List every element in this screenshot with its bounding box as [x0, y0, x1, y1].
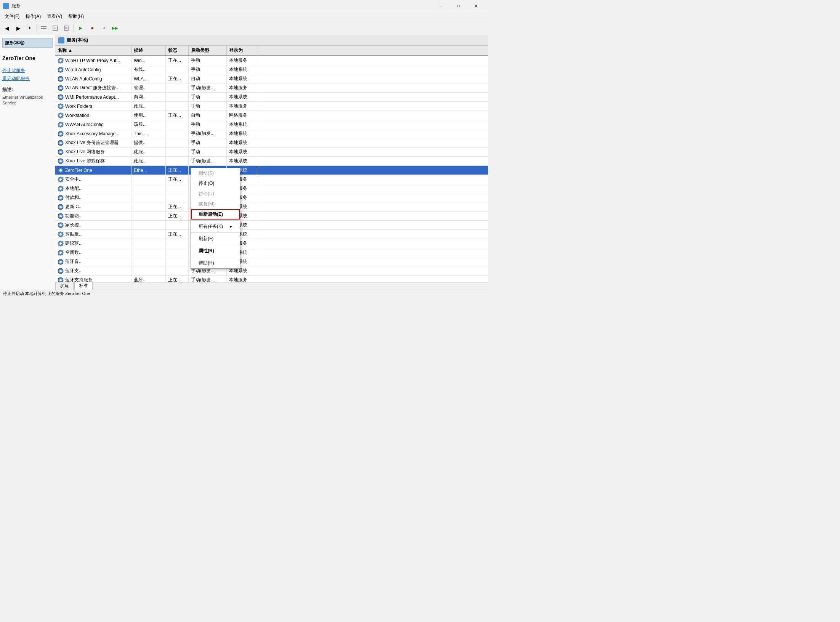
menu-action[interactable]: 操作(A) — [22, 13, 44, 21]
td-startup: 手动 — [189, 93, 227, 101]
start-button[interactable]: ▶ — [75, 23, 86, 34]
table-row[interactable]: WLAN AutoConfigWLA...正在...自动本地系统 — [55, 74, 488, 83]
context-start[interactable]: 启动(S) — [191, 168, 240, 178]
td-desc: Win... — [131, 56, 166, 65]
menu-help[interactable]: 帮助(H) — [65, 13, 87, 21]
context-restart[interactable]: 重新启动(E) — [191, 209, 240, 220]
table-row[interactable]: WinHTTP Web Proxy Aut...Win...正在...手动本地服… — [55, 56, 488, 65]
context-all-tasks[interactable]: 所有任务(K) — [191, 221, 240, 232]
td-status: 正在... — [166, 175, 189, 184]
td-desc — [131, 266, 166, 275]
forward-button[interactable]: ▶ — [13, 23, 24, 34]
col-header-startup[interactable]: 启动类型 — [189, 46, 227, 55]
show-hide-button[interactable] — [38, 23, 49, 34]
restart-button[interactable]: ▶▶ — [110, 23, 120, 34]
context-refresh[interactable]: 刷新(F) — [191, 234, 240, 244]
td-status: 正在... — [166, 74, 189, 83]
td-name: 蓝牙支... — [55, 266, 131, 275]
properties-button[interactable] — [50, 23, 61, 34]
table-row[interactable]: 功能访...正在...手动(触发...本地系统 — [55, 212, 488, 221]
table-row[interactable]: WWAN AutoConfig该服...手动本地系统 — [55, 120, 488, 129]
table-row[interactable]: 蓝牙支...手动(触发...本地系统 — [55, 266, 488, 276]
td-startup: 自动 — [189, 111, 227, 120]
menu-file[interactable]: 文件(F) — [2, 13, 22, 21]
table-row[interactable]: Xbox Live 网络服务此服...手动本地系统 — [55, 147, 488, 157]
table-row[interactable]: Work Folders此服...手动本地服务 — [55, 102, 488, 111]
left-panel-service-name: ZeroTier One — [2, 55, 53, 61]
service-icon — [58, 268, 64, 274]
td-status: 正在... — [166, 212, 189, 220]
td-status: 正在... — [166, 111, 189, 120]
service-icon — [58, 250, 64, 256]
td-login: 本地服务 — [227, 276, 257, 282]
service-icon — [58, 259, 64, 265]
td-name: WLAN AutoConfig — [55, 74, 131, 83]
context-stop[interactable]: 停止(O) — [191, 178, 240, 189]
td-name: 本地配... — [55, 184, 131, 193]
table-row[interactable]: 安全中...正在...自动(延迟...本地服务 — [55, 175, 488, 184]
restart-service-link[interactable]: 重启动此服务 — [2, 75, 53, 82]
td-desc — [131, 193, 166, 202]
service-icon — [58, 176, 64, 183]
menu-view[interactable]: 查看(V) — [44, 13, 65, 21]
table-row[interactable]: 付款和...手动(触发...本地服务 — [55, 193, 488, 202]
minimize-button[interactable]: ─ — [432, 0, 450, 12]
td-desc: 向网... — [131, 93, 166, 101]
td-desc — [131, 230, 166, 239]
app-icon — [3, 3, 9, 9]
table-row[interactable]: Xbox Accessory Manage...This ...手动(触发...… — [55, 129, 488, 138]
service-icon — [58, 222, 64, 228]
td-status: 正在... — [166, 276, 189, 282]
td-name: WWAN AutoConfig — [55, 120, 131, 129]
close-button[interactable]: ✕ — [467, 0, 485, 12]
table-row[interactable]: WLAN Direct 服务连接管...管理...手动(触发...本地服务 — [55, 83, 488, 93]
service-icon — [58, 158, 64, 164]
table-row[interactable]: Wired AutoConfig有线...手动本地系统 — [55, 65, 488, 74]
status-bar: 停止并启动 本地计算机 上的服务 ZeroTier One — [0, 290, 488, 297]
context-properties[interactable]: 属性(R) — [191, 246, 240, 256]
service-icon — [58, 131, 64, 137]
main-container: 服务(本地) ZeroTier One 停止此服务 重启动此服务 描述: Eth… — [0, 35, 488, 290]
table-row[interactable]: 建议驱...手动本地服务 — [55, 239, 488, 248]
context-help[interactable]: 帮助(H) — [191, 258, 240, 268]
table-row[interactable]: WMI Performance Adapt...向网...手动本地系统 — [55, 93, 488, 102]
table-row[interactable]: 家长控...手动本地系统 — [55, 221, 488, 230]
col-header-desc[interactable]: 描述 — [131, 46, 166, 55]
td-startup: 手动(触发... — [189, 129, 227, 138]
svg-rect-0 — [41, 26, 46, 27]
export-button[interactable] — [61, 23, 72, 34]
td-status — [166, 193, 189, 202]
table-row[interactable]: 蓝牙音...手动(触发...本地系统 — [55, 257, 488, 266]
table-row[interactable]: ZeroTier OneEthe...正在...自动本地系统 — [55, 166, 488, 175]
maximize-button[interactable]: □ — [450, 0, 467, 12]
td-desc: 此服... — [131, 157, 166, 165]
context-pause[interactable]: 暂停(U) — [191, 189, 240, 199]
pause-button[interactable]: ⏸ — [98, 23, 109, 34]
table-row[interactable]: 更新 C...正在...自动(延迟...本地系统 — [55, 202, 488, 212]
up-button[interactable]: ⬆ — [24, 23, 35, 34]
table-row[interactable]: 本地配...手动(触发...本地服务 — [55, 184, 488, 193]
service-icon — [58, 94, 64, 100]
stop-service-link[interactable]: 停止此服务 — [2, 67, 53, 74]
context-resume[interactable]: 恢复(M) — [191, 199, 240, 209]
td-name: WinHTTP Web Proxy Aut... — [55, 56, 131, 65]
service-icon — [58, 76, 64, 82]
table-row[interactable]: Xbox Live 身份验证管理器提供...手动本地系统 — [55, 138, 488, 147]
table-row[interactable]: 剪贴板...正在...自动(延迟...本地系统 — [55, 230, 488, 239]
table-row[interactable]: 蓝牙支持服务蓝牙...正在...手动(触发...本地服务 — [55, 276, 488, 282]
services-table[interactable]: 名称 ▲ 描述 状态 启动类型 登录为 WinHTTP Web Proxy Au… — [55, 46, 488, 282]
table-row[interactable]: 空间数...手动本地系统 — [55, 248, 488, 257]
table-row[interactable]: Workstation使用...正在...自动网络服务 — [55, 111, 488, 120]
col-header-login[interactable]: 登录为 — [227, 46, 257, 55]
back-button[interactable]: ◀ — [2, 23, 12, 34]
tab-expand[interactable]: 扩展 — [55, 282, 74, 290]
table-row[interactable]: Xbox Live 游戏保存此服...手动(触发...本地系统 — [55, 157, 488, 166]
td-login: 本地服务 — [227, 56, 257, 65]
col-header-name[interactable]: 名称 ▲ — [55, 46, 131, 55]
td-name: 更新 C... — [55, 202, 131, 211]
service-icon — [58, 240, 64, 247]
tab-standard[interactable]: 标准 — [74, 282, 93, 290]
td-desc — [131, 202, 166, 211]
stop-button[interactable]: ■ — [87, 23, 98, 34]
col-header-status[interactable]: 状态 — [166, 46, 189, 55]
